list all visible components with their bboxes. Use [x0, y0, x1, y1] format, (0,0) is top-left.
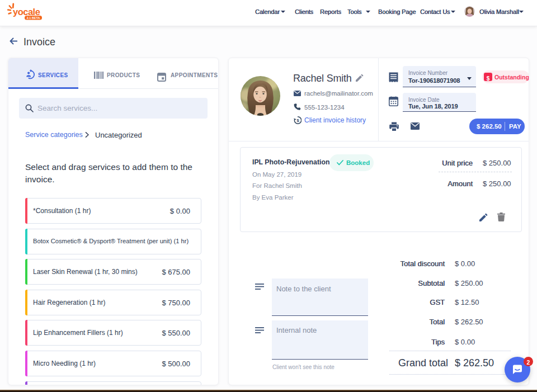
- svg-text:yocale: yocale: [13, 7, 40, 17]
- svg-text:2.1 BETA: 2.1 BETA: [27, 16, 40, 20]
- svg-text:$: $: [297, 118, 300, 123]
